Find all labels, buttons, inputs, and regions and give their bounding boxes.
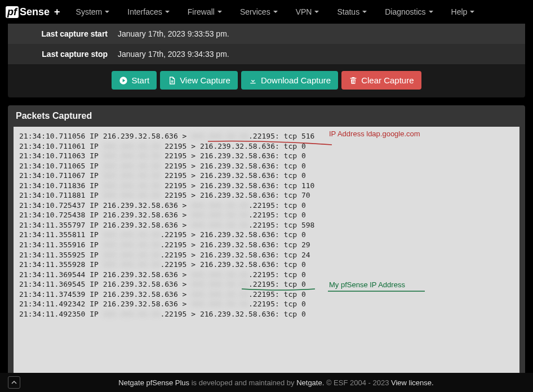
capture-start-value: January 17th, 2023 9:33:53 pm. — [118, 29, 229, 38]
redacted-ip: XXX.XXX.XX.XX — [103, 171, 161, 181]
nav-item-status[interactable]: Status — [328, 2, 376, 22]
packet-line: 21:34:11.355928 IP XXX.XXX.XX.XX.22195 >… — [19, 260, 514, 270]
trash-icon — [349, 76, 358, 85]
packet-line: 21:34:11.492350 IP XXX.XXX.XX.XX.22195 >… — [19, 309, 514, 319]
nav-item-interfaces[interactable]: Interfaces — [118, 2, 178, 22]
packet-line: 21:34:10.711881 IP XXX.XXX.XX.XX 22195 >… — [19, 190, 514, 201]
download-icon — [248, 76, 257, 85]
capture-stop-row: Last capture stop January 17th, 2023 9:3… — [8, 44, 525, 64]
button-label: Start — [131, 75, 149, 85]
top-navbar: pfSense+ System Interfaces Firewall Serv… — [0, 0, 533, 24]
chevron-down-icon — [470, 11, 474, 13]
redacted-ip: XXX.XXX.XX.XX — [191, 270, 248, 280]
nav-item-services[interactable]: Services — [231, 2, 287, 22]
button-label: Clear Capture — [361, 75, 414, 85]
redacted-ip: XXX.XXX.XX.XX — [103, 260, 161, 270]
redacted-ip: XXX.XXX.XX.XX — [103, 161, 161, 171]
redacted-ip: XXX.XXX.XX.XX — [103, 230, 161, 240]
nav-label: System — [76, 7, 103, 16]
packet-line: 21:34:11.369545 IP 216.239.32.58.636 > X… — [19, 279, 514, 289]
nav-label: Interfaces — [127, 7, 162, 16]
packets-captured-header: Packets Captured — [8, 105, 525, 127]
clear-capture-button[interactable]: Clear Capture — [341, 71, 421, 90]
packet-line: 21:34:11.355811 IP XXX.XXX.XX.XX.22195 >… — [19, 230, 514, 240]
chevron-down-icon — [273, 11, 278, 13]
footer-product-link[interactable]: Netgate pfSense Plus — [118, 378, 189, 387]
nav-item-help[interactable]: Help — [442, 2, 484, 22]
nav-label: Help — [451, 7, 468, 16]
chevron-down-icon — [314, 11, 319, 13]
redacted-ip: XXX.XXX.XX.XX — [191, 289, 248, 300]
packet-line: 21:34:11.355797 IP 216.239.32.58.636 > X… — [19, 220, 514, 230]
nav-item-system[interactable]: System — [67, 2, 119, 22]
nav-item-firewall[interactable]: Firewall — [179, 2, 231, 22]
packet-line: 21:34:11.369544 IP 216.239.32.58.636 > X… — [19, 270, 514, 280]
nav-item-vpn[interactable]: VPN — [287, 2, 328, 22]
chevron-down-icon — [165, 11, 170, 13]
redacted-ip: XXX.XXX.XX.XX — [103, 141, 161, 152]
page-content: Last capture start January 17th, 2023 9:… — [0, 24, 533, 392]
view-capture-button[interactable]: View Capture — [160, 71, 238, 90]
chevron-down-icon — [217, 11, 222, 13]
footer-text: Netgate pfSense Plus is developed and ma… — [27, 378, 525, 387]
footer-copyright: © ESF 2004 - 2023 — [324, 378, 391, 387]
packet-line: 21:34:11.355916 IP XXX.XXX.XX.XX.22195 >… — [19, 240, 514, 250]
redacted-ip: XXX.XXX.XX.XX — [191, 131, 248, 141]
play-icon — [119, 76, 128, 85]
packet-line: 21:34:11.355925 IP XXX.XXX.XX.XX.22195 >… — [19, 250, 514, 260]
nav-label: Services — [240, 7, 270, 16]
packet-line: 21:34:11.492342 IP 216.239.32.58.636 > X… — [19, 299, 514, 309]
packet-line: 21:34:10.711056 IP 216.239.32.58.636 > X… — [19, 131, 514, 141]
nav-items: System Interfaces Firewall Services VPN … — [67, 2, 527, 22]
footer-netgate-link[interactable]: Netgate. — [296, 378, 324, 387]
button-label: Download Capture — [261, 75, 331, 85]
capture-stop-label: Last capture stop — [8, 50, 118, 59]
redacted-ip: XXX.XXX.XX.XX — [103, 250, 161, 260]
download-capture-button[interactable]: Download Capture — [241, 71, 338, 90]
chevron-down-icon — [429, 11, 433, 13]
footer-middle: is developed and maintained by — [189, 378, 296, 387]
scroll-to-top-button[interactable] — [8, 376, 20, 389]
nav-label: Diagnostics — [385, 7, 425, 16]
packets-captured-panel: Packets Captured 21:34:10.711056 IP 216.… — [8, 105, 525, 392]
redacted-ip: XXX.XXX.XX.XX — [191, 210, 248, 220]
packet-line: 21:34:10.711061 IP XXX.XXX.XX.XX 22195 >… — [19, 141, 514, 152]
nav-label: Firewall — [188, 7, 215, 16]
redacted-ip: XXX.XXX.XX.XX — [103, 309, 161, 319]
packet-line: 21:34:10.711063 IP XXX.XXX.XX.XX 22195 >… — [19, 151, 514, 161]
redacted-ip: XXX.XXX.XX.XX — [103, 181, 161, 191]
packets-captured-body[interactable]: 21:34:10.711056 IP 216.239.32.58.636 > X… — [14, 127, 519, 392]
logo-sense: Sense — [20, 6, 50, 18]
redacted-ip: XXX.XXX.XX.XX — [191, 220, 248, 230]
capture-button-bar: Start View Capture Download Capture Clea… — [8, 64, 525, 90]
button-label: View Capture — [180, 75, 230, 85]
redacted-ip: XXX.XXX.XX.XX — [103, 190, 161, 201]
packet-line: 21:34:10.725437 IP 216.239.32.58.636 > X… — [19, 201, 514, 211]
document-icon — [167, 76, 176, 85]
redacted-ip: XXX.XXX.XX.XX — [191, 201, 248, 211]
pfsense-logo[interactable]: pfSense+ — [6, 6, 67, 18]
packet-line: 21:34:10.711065 IP XXX.XXX.XX.XX 22195 >… — [19, 161, 514, 171]
capture-stop-value: January 17th, 2023 9:34:33 pm. — [118, 50, 229, 59]
packet-line: 21:34:10.711067 IP XXX.XXX.XX.XX 22195 >… — [19, 171, 514, 181]
chevron-down-icon — [362, 11, 367, 13]
chevron-down-icon — [105, 11, 109, 13]
packet-line: 21:34:10.725438 IP 216.239.32.58.636 > X… — [19, 210, 514, 220]
logo-pf: pf — [6, 6, 19, 18]
capture-start-label: Last capture start — [8, 29, 118, 38]
start-button[interactable]: Start — [112, 71, 157, 90]
redacted-ip: XXX.XXX.XX.XX — [191, 299, 248, 309]
nav-label: VPN — [296, 7, 312, 16]
footer-license-link[interactable]: View license. — [391, 378, 434, 387]
nav-item-diagnostics[interactable]: Diagnostics — [376, 2, 442, 22]
redacted-ip: XXX.XXX.XX.XX — [103, 240, 161, 250]
redacted-ip: XXX.XXX.XX.XX — [191, 279, 248, 289]
nav-label: Status — [337, 7, 359, 16]
capture-info-panel: Last capture start January 17th, 2023 9:… — [8, 24, 525, 97]
packet-line: 21:34:11.374539 IP 216.239.32.58.636 > X… — [19, 289, 514, 300]
logo-plus: + — [54, 6, 60, 18]
packet-line: 21:34:10.711836 IP XXX.XXX.XX.XX 22195 >… — [19, 181, 514, 191]
chevron-up-icon — [11, 380, 17, 385]
redacted-ip: XXX.XXX.XX.XX — [103, 151, 161, 161]
footer: Netgate pfSense Plus is developed and ma… — [0, 373, 533, 392]
